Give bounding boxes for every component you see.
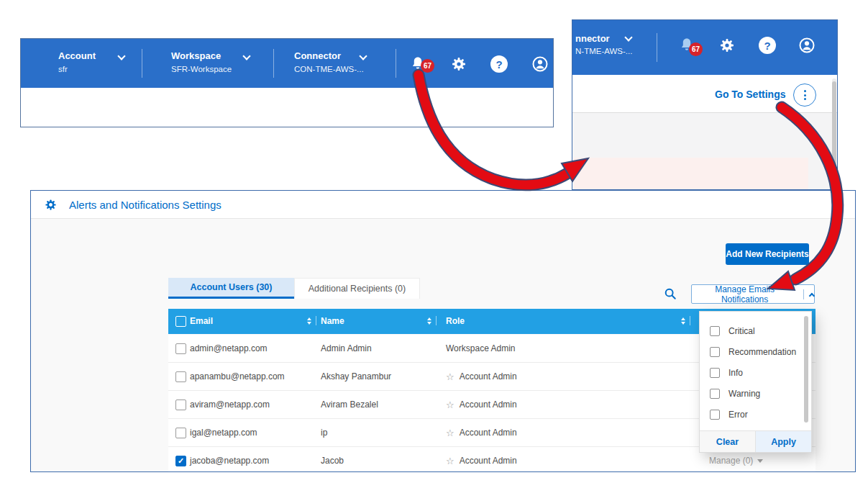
cell-name: Admin Admin: [321, 335, 372, 362]
workspace-selector-label[interactable]: Workspace: [171, 50, 221, 61]
go-to-settings-link[interactable]: Go To Settings: [715, 89, 786, 100]
tab-account-users[interactable]: Account Users (30): [168, 278, 294, 299]
option-checkbox[interactable]: [710, 326, 720, 336]
dropdown-option-critical[interactable]: Critical: [700, 320, 811, 341]
left-top-nav: Account sfr Workspace SFR-Workspace Conn…: [21, 39, 553, 88]
option-checkbox[interactable]: [710, 347, 720, 357]
right-panel-scrollbar[interactable]: [832, 78, 836, 189]
row-checkbox[interactable]: [175, 400, 186, 410]
dropdown-option-warning[interactable]: Warning: [700, 383, 811, 404]
account-selector-label[interactable]: Account: [58, 50, 96, 61]
button-divider: [803, 289, 804, 299]
row-checkbox[interactable]: [175, 371, 186, 382]
row-checkbox[interactable]: [175, 343, 186, 354]
apply-button[interactable]: Apply: [756, 431, 811, 452]
right-top-nav: nnector N-TME-AWS-... 67 ?: [572, 20, 837, 75]
connector-selector-value: CON-TME-AWS-...: [294, 64, 364, 75]
manage-emails-label: Manage Emails Notifications: [692, 284, 798, 304]
nav-divider: [273, 49, 274, 78]
chevron-down-icon: [624, 33, 632, 41]
row-checkbox[interactable]: [175, 428, 186, 438]
cell-role: ☆Account Admin: [446, 447, 517, 472]
add-new-recipients-button[interactable]: Add New Recipients: [726, 243, 809, 265]
connector-selector-label[interactable]: Connector: [294, 50, 341, 61]
clear-button[interactable]: Clear: [700, 431, 756, 452]
option-checkbox[interactable]: [710, 389, 720, 399]
notification-types-dropdown: Critical Recommendation Info Warning Err…: [699, 311, 812, 453]
page-title: Alerts and Notifications Settings: [69, 199, 221, 211]
option-checkbox[interactable]: [710, 368, 720, 378]
screenshot-stage: nnector N-TME-AWS-... 67 ? Go To Setting…: [0, 0, 868, 483]
cell-name: Akshay Panambur: [321, 363, 391, 390]
left-browser-panel: Account sfr Workspace SFR-Workspace Conn…: [20, 38, 554, 127]
option-checkbox[interactable]: [710, 410, 720, 420]
star-icon: ☆: [446, 371, 454, 382]
star-icon: ☆: [446, 428, 454, 438]
alert-banner: [574, 158, 808, 190]
help-icon[interactable]: ?: [759, 37, 776, 54]
caret-down-icon: [757, 459, 763, 463]
cell-role: ☆Account Admin: [446, 391, 517, 418]
alerts-settings-panel: Alerts and Notifications Settings Add Ne…: [30, 190, 856, 472]
cell-name: Jacob: [321, 447, 344, 472]
settings-title-bar: Alerts and Notifications Settings: [31, 191, 855, 219]
chevron-down-icon: [242, 52, 250, 60]
settings-toolbar-row: Go To Settings: [572, 75, 837, 113]
chevron-down-icon: [117, 52, 125, 60]
user-avatar-icon[interactable]: [798, 37, 816, 54]
tab-additional-recipients[interactable]: Additional Recipients (0): [294, 278, 420, 299]
dropdown-scrollbar[interactable]: [804, 316, 808, 423]
cell-role: ☆Account Admin: [446, 363, 517, 390]
workspace-selector-value: SFR-Workspace: [171, 64, 232, 75]
select-all-checkbox[interactable]: [175, 316, 186, 327]
nav-divider: [142, 49, 142, 78]
dropdown-option-recommendation[interactable]: Recommendation: [700, 341, 811, 362]
cell-email: aviram@netapp.com: [190, 391, 270, 418]
column-header-name[interactable]: Name: [321, 316, 344, 326]
connector-selector-value-clipped: N-TME-AWS-...: [575, 46, 632, 57]
sort-icon-role[interactable]: [681, 316, 690, 325]
cell-name: Aviram Bezalel: [321, 391, 378, 418]
cell-email: admin@netapp.com: [190, 335, 268, 362]
cell-email: igal@netapp.com: [190, 419, 257, 446]
cell-role: ☆Account Admin: [446, 419, 517, 446]
right-browser-panel: nnector N-TME-AWS-... 67 ? Go To Setting…: [572, 19, 838, 190]
star-icon: ☆: [446, 400, 454, 410]
row-checkbox-checked[interactable]: [175, 456, 186, 466]
user-avatar-icon[interactable]: [531, 55, 549, 73]
settings-gear-icon[interactable]: [450, 55, 467, 73]
connector-selector-label-clipped[interactable]: nnector: [575, 33, 610, 44]
notification-count-badge: 67: [689, 42, 703, 56]
notification-count-badge: 67: [421, 59, 434, 73]
manage-emails-notifications-button[interactable]: Manage Emails Notifications: [691, 284, 815, 304]
left-panel-body: [21, 88, 553, 127]
settings-gear-icon: [44, 198, 58, 212]
help-icon[interactable]: ?: [490, 55, 508, 73]
column-header-email[interactable]: Email: [190, 316, 213, 326]
search-icon[interactable]: [664, 287, 677, 300]
settings-gear-icon[interactable]: [718, 37, 736, 54]
cell-name: ip: [321, 419, 327, 446]
nav-divider: [396, 49, 396, 78]
star-icon: ☆: [446, 456, 454, 466]
account-selector-value: sfr: [58, 64, 96, 75]
cell-email: apanambu@netapp.com: [190, 363, 285, 390]
cell-email: jacoba@netapp.com: [190, 447, 269, 472]
dropdown-option-info[interactable]: Info: [700, 362, 811, 383]
chevron-up-icon: [809, 292, 815, 298]
cell-role: Workspace Admin: [446, 335, 516, 362]
column-header-role[interactable]: Role: [446, 316, 465, 326]
sort-icon-email[interactable]: [307, 316, 316, 325]
kebab-menu-icon[interactable]: [793, 83, 816, 107]
dropdown-option-error[interactable]: Error: [700, 404, 811, 425]
sort-icon-name[interactable]: [427, 316, 437, 325]
nav-divider: [657, 33, 657, 62]
